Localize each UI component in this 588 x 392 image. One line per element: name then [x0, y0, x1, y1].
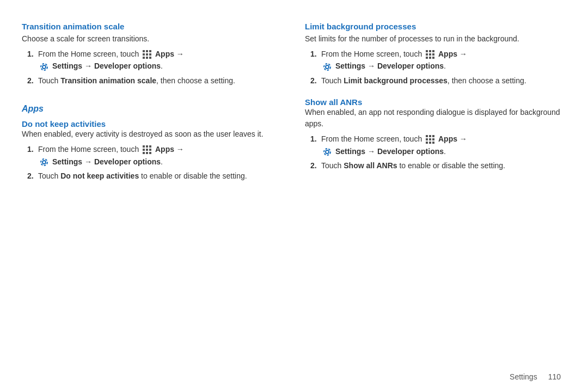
svg-rect-34 [429, 135, 431, 137]
svg-point-21 [41, 159, 47, 166]
arrow-3: → [460, 50, 467, 58]
lbg-step-1: 1. From the Home screen, touch [310, 48, 566, 72]
arrow-2: → [176, 145, 184, 154]
step-number-2: 2. [27, 75, 36, 87]
show-anrs-section: Show all ANRs When enabled, an app not r… [305, 97, 566, 175]
lbg-step-2: 2. Touch Limit background processes, the… [310, 75, 566, 87]
anr-step-2-content: Touch Show all ANRs to enable or disable… [321, 160, 566, 171]
svg-rect-13 [149, 145, 151, 148]
svg-rect-36 [426, 138, 428, 140]
show-anrs-heading: Show all ANRs [305, 97, 566, 107]
limit-bg-steps: 1. From the Home screen, touch [305, 48, 566, 87]
dnka-bold: Do not keep activities [60, 171, 139, 180]
svg-rect-19 [149, 152, 151, 154]
svg-rect-35 [432, 135, 434, 137]
dnka-step-2: 2. Touch Do not keep activities to enabl… [27, 170, 283, 182]
do-not-keep-body: When enabled, every activity is destroye… [22, 128, 283, 140]
svg-rect-5 [149, 53, 151, 56]
dnka-step-number-2: 2. [27, 170, 36, 182]
do-not-keep-heading: Do not keep activities [22, 119, 283, 128]
apps-grid-icon-3 [425, 50, 435, 59]
anr-step-2: 2. Touch Show all ANRs to enable or disa… [310, 160, 566, 171]
svg-rect-16 [149, 149, 151, 151]
settings-developer-3: Settings → Developer options [335, 62, 444, 70]
svg-rect-37 [429, 138, 431, 140]
svg-rect-17 [143, 152, 145, 154]
svg-rect-25 [426, 53, 428, 56]
transition-animation-body: Choose a scale for screen transitions. [22, 33, 283, 45]
svg-rect-4 [146, 53, 148, 56]
step-1: 1. From the Home screen, touch [27, 48, 283, 72]
anr-step-number-2: 2. [310, 160, 319, 171]
page-content: Transition animation scale Choose a scal… [0, 0, 588, 196]
svg-rect-2 [149, 50, 151, 52]
do-not-keep-steps: 1. From the Home screen, touch [22, 143, 283, 182]
svg-rect-41 [432, 142, 434, 144]
show-anrs-steps: 1. From the Home screen, touch [305, 133, 566, 171]
svg-point-31 [326, 65, 329, 69]
svg-rect-1 [146, 50, 148, 52]
svg-point-20 [42, 161, 46, 164]
limit-bg-heading: Limit background processes [305, 22, 566, 31]
svg-rect-11 [143, 145, 145, 148]
apps-heading: Apps [22, 104, 283, 114]
svg-point-9 [42, 65, 46, 69]
svg-rect-29 [429, 57, 431, 59]
lbg-step-2-content: Touch Limit background processes, then c… [321, 75, 566, 87]
svg-rect-6 [143, 57, 145, 59]
svg-rect-15 [146, 149, 148, 151]
apps-label-3: Apps [438, 50, 457, 58]
footer-settings-label: Settings [510, 372, 537, 381]
svg-point-10 [41, 64, 47, 70]
transition-animation-steps: 1. From the Home screen, touch [22, 48, 283, 87]
lbg-bold: Limit background processes [344, 76, 448, 85]
anr-bold: Show all ANRs [344, 161, 397, 170]
apps-label-1: Apps [155, 50, 174, 58]
apps-grid-icon [142, 50, 152, 59]
footer: Settings 110 [510, 372, 561, 381]
svg-point-32 [324, 64, 330, 70]
dnka-step-number-1: 1. [27, 143, 36, 155]
dnka-step-1-content: From the Home screen, touch [38, 143, 283, 168]
apps-label-2: Apps [155, 145, 174, 154]
limit-bg-body: Set limits for the number of processes t… [305, 33, 566, 45]
step-1-content: From the Home screen, touch [38, 48, 283, 72]
footer-page-number: 110 [548, 372, 561, 381]
do-not-keep-section: Do not keep activities When enabled, eve… [22, 119, 283, 182]
lbg-step-number-1: 1. [310, 48, 319, 60]
settings-gear-icon-2 [39, 157, 49, 167]
svg-rect-38 [432, 138, 434, 140]
svg-rect-8 [149, 57, 151, 59]
settings-developer-4: Settings → Developer options [335, 147, 444, 156]
step-number-1: 1. [27, 48, 36, 60]
svg-rect-39 [426, 142, 428, 144]
settings-gear-icon-1 [39, 62, 49, 72]
settings-gear-icon-3 [322, 62, 332, 72]
svg-rect-22 [426, 50, 428, 52]
show-anrs-body: When enabled, an app not responding dial… [305, 107, 566, 130]
lbg-step-1-content: From the Home screen, touch [321, 48, 566, 72]
svg-rect-7 [146, 57, 148, 59]
svg-rect-24 [432, 50, 434, 52]
settings-developer-2: Settings → Developer options [52, 157, 161, 166]
limit-bg-section: Limit background processes Set limits fo… [305, 22, 566, 90]
anr-step-number-1: 1. [310, 133, 319, 145]
svg-point-42 [326, 150, 329, 154]
apps-grid-icon-4 [425, 134, 435, 144]
apps-label-4: Apps [438, 134, 457, 143]
left-column: Transition animation scale Choose a scal… [22, 16, 283, 185]
svg-rect-14 [143, 149, 145, 151]
dnka-step-1: 1. From the Home screen, touch [27, 143, 283, 168]
settings-gear-icon-4 [322, 147, 332, 157]
svg-rect-3 [143, 53, 145, 56]
arrow-1: → [176, 50, 184, 58]
anr-step-1-content: From the Home screen, touch [321, 133, 566, 157]
svg-rect-40 [429, 142, 431, 144]
svg-rect-30 [432, 57, 434, 59]
settings-developer-1: Settings → Developer options [52, 62, 161, 70]
arrow-4: → [460, 134, 467, 143]
svg-rect-12 [146, 145, 148, 148]
transition-animation-heading: Transition animation scale [22, 22, 283, 31]
apps-grid-icon-2 [142, 145, 152, 155]
svg-rect-18 [146, 152, 148, 154]
